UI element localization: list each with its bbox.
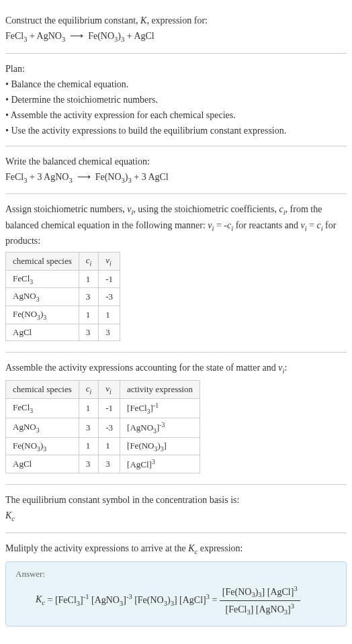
answer-expression: Kc = [FeCl3]-1 [AgNO3]-3 [Fe(NO3)3] [AgC… [15, 584, 337, 618]
table-header-row: chemical species ci νi activity expressi… [6, 381, 200, 399]
cell-species: Fe(NO3)3 [6, 306, 79, 324]
plan-item: • Balance the chemical equation. [5, 77, 347, 91]
prompt-line1: Construct the equilibrium constant, K, e… [5, 13, 347, 28]
plan-title: Plan: [5, 62, 347, 76]
col-ci: ci [79, 381, 99, 399]
stoich-table: chemical species ci νi FeCl3 1 -1 AgNO3 … [5, 252, 120, 340]
cell-activity: [AgCl]3 [120, 455, 200, 473]
activity-section: Assemble the activity expressions accoun… [5, 353, 347, 486]
fraction: [Fe(NO3)3] [AgCl]3 [FeCl3] [AgNO3]3 [220, 584, 300, 618]
cell-ci: 1 [79, 270, 99, 288]
table-row: AgCl 3 3 [6, 324, 120, 340]
table-row: Fe(NO3)3 1 1 [Fe(NO3)3] [6, 437, 200, 455]
stoich-section: Assign stoichiometric numbers, νi, using… [5, 194, 347, 352]
cell-nui: -3 [99, 288, 120, 306]
plan-item-text: Determine the stoichiometric numbers. [11, 95, 158, 105]
cell-nui: 1 [99, 306, 120, 324]
col-ci: ci [79, 252, 99, 271]
col-species: chemical species [6, 381, 79, 399]
table-row: Fe(NO3)3 1 1 [6, 306, 120, 324]
table-row: AgCl 3 3 [AgCl]3 [6, 455, 200, 473]
balanced-equation: FeCl3 + 3 AgNO3 ⟶ Fe(NO3)3 + 3 AgCl [5, 170, 347, 186]
symbol-kc: Kc [5, 508, 347, 524]
plan-item-text: Balance the chemical equation. [11, 79, 128, 89]
cell-species: AgNO3 [6, 288, 79, 306]
table-row: FeCl3 1 -1 [FeCl3]-1 [6, 398, 200, 418]
cell-species: AgCl [6, 324, 79, 340]
cell-activity: [FeCl3]-1 [120, 398, 200, 418]
cell-activity: [Fe(NO3)3] [120, 437, 200, 455]
cell-ci: 3 [79, 288, 99, 306]
activity-table: chemical species ci νi activity expressi… [5, 380, 200, 473]
table-header-row: chemical species ci νi [6, 252, 120, 271]
symbol-line1: The equilibrium constant symbol in the c… [5, 493, 347, 507]
col-species: chemical species [6, 252, 79, 271]
col-activity: activity expression [120, 381, 200, 399]
cell-ci: 1 [79, 437, 99, 455]
cell-nui: 3 [99, 455, 120, 473]
symbol-section: The equilibrium constant symbol in the c… [5, 485, 347, 533]
cell-species: Fe(NO3)3 [6, 437, 79, 455]
plan-item: • Assemble the activity expression for e… [5, 108, 347, 122]
balanced-section: Write the balanced chemical equation: Fe… [5, 146, 347, 195]
cell-nui: 1 [99, 437, 120, 455]
multiply-section: Mulitply the activity expressions to arr… [5, 533, 347, 633]
plan-item-text: Use the activity expressions to build th… [11, 126, 286, 136]
plan-section: Plan: • Balance the chemical equation. •… [5, 54, 347, 146]
answer-box: Answer: Kc = [FeCl3]-1 [AgNO3]-3 [Fe(NO3… [5, 561, 347, 627]
cell-species: FeCl3 [6, 398, 79, 418]
cell-nui: 3 [99, 324, 120, 340]
table-row: FeCl3 1 -1 [6, 270, 120, 288]
fraction-numerator: [Fe(NO3)3] [AgCl]3 [220, 584, 300, 601]
cell-species: AgNO3 [6, 418, 79, 437]
plan-item: • Use the activity expressions to build … [5, 124, 347, 138]
cell-ci: 1 [79, 306, 99, 324]
cell-species: FeCl3 [6, 270, 79, 288]
cell-nui: -1 [99, 398, 120, 418]
prompt-section: Construct the equilibrium constant, K, e… [5, 5, 347, 54]
prompt-equation: FeCl3 + AgNO3 ⟶ Fe(NO3)3 + AgCl [5, 29, 347, 45]
cell-nui: -1 [99, 270, 120, 288]
table-row: AgNO3 3 -3 [6, 288, 120, 306]
multiply-title: Mulitply the activity expressions to arr… [5, 541, 347, 557]
col-nui: νi [99, 252, 120, 271]
plan-item-text: Assemble the activity expression for eac… [11, 110, 236, 120]
cell-ci: 3 [79, 324, 99, 340]
table-row: AgNO3 3 -3 [AgNO3]-3 [6, 418, 200, 437]
cell-ci: 1 [79, 398, 99, 418]
cell-nui: -3 [99, 418, 120, 437]
activity-intro: Assemble the activity expressions accoun… [5, 361, 347, 377]
fraction-denominator: [FeCl3] [AgNO3]3 [220, 601, 300, 618]
cell-ci: 3 [79, 418, 99, 437]
cell-species: AgCl [6, 455, 79, 473]
answer-label: Answer: [15, 569, 337, 580]
plan-item: • Determine the stoichiometric numbers. [5, 93, 347, 107]
cell-ci: 3 [79, 455, 99, 473]
balanced-title: Write the balanced chemical equation: [5, 154, 347, 169]
col-nui: νi [99, 381, 120, 399]
stoich-intro: Assign stoichiometric numbers, νi, using… [5, 202, 347, 248]
cell-activity: [AgNO3]-3 [120, 418, 200, 437]
